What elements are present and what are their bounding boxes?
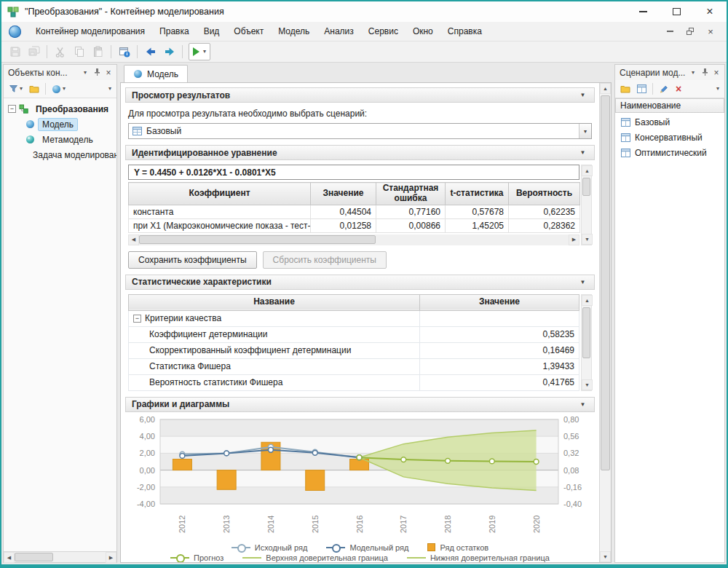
pin-icon[interactable] bbox=[91, 67, 103, 78]
panel-toolbar-overflow-icon[interactable]: ▾ bbox=[108, 86, 114, 92]
section-results-header[interactable]: Просмотр результатов ▼ bbox=[125, 87, 595, 103]
scroll-right-icon[interactable]: ▶ bbox=[569, 234, 579, 245]
legend-item[interactable]: Верхняя доверительная граница bbox=[242, 553, 388, 562]
view-mode-button[interactable]: ▾ bbox=[50, 83, 68, 95]
vscroll-track[interactable] bbox=[582, 306, 591, 379]
main-vscrollbar[interactable]: ▲ ▼ bbox=[599, 83, 611, 562]
col-header-prob[interactable]: Вероятность bbox=[509, 183, 580, 205]
minimize-button[interactable] bbox=[626, 1, 660, 22]
hscroll-thumb[interactable] bbox=[15, 553, 53, 561]
vscroll-thumb[interactable] bbox=[582, 307, 590, 359]
save-all-button[interactable] bbox=[25, 43, 43, 61]
cell-value[interactable]: 0,01258 bbox=[311, 218, 376, 232]
folder-button[interactable] bbox=[27, 83, 41, 95]
run-button[interactable]: ▾ bbox=[189, 43, 210, 60]
app-menu-icon[interactable] bbox=[9, 25, 21, 38]
vscroll-thumb[interactable] bbox=[582, 178, 590, 196]
legend-item[interactable]: Исходный ряд bbox=[232, 543, 308, 552]
cell-value[interactable]: 0,44504 bbox=[311, 205, 376, 218]
menu-service[interactable]: Сервис bbox=[361, 22, 405, 42]
legend-item[interactable]: Нижняя доверительная граница bbox=[407, 553, 550, 562]
col-header-tstat[interactable]: t-статистика bbox=[446, 183, 509, 205]
table-row[interactable]: при Х1 (Макроэкономические показа - тест… bbox=[129, 218, 580, 232]
menu-view[interactable]: Вид bbox=[197, 22, 227, 42]
scroll-left-icon[interactable]: ◀ bbox=[128, 234, 139, 245]
hscroll-track[interactable] bbox=[15, 552, 106, 562]
stat-value[interactable]: 0,41765 bbox=[420, 374, 579, 390]
hscroll-track[interactable] bbox=[139, 234, 569, 245]
scroll-down-icon[interactable]: ▼ bbox=[582, 379, 593, 390]
panel-menu-icon[interactable]: ▾ bbox=[687, 67, 699, 78]
panel-toolbar-overflow-icon[interactable]: ▾ bbox=[716, 86, 721, 92]
col-header-stderr[interactable]: Стандартная ошибка bbox=[376, 183, 446, 205]
objects-panel-hscrollbar[interactable]: ◀ ▶ bbox=[4, 551, 116, 562]
legend-item[interactable]: Прогноз bbox=[170, 553, 223, 562]
table-row[interactable]: Вероятность статистики Фишера 0,41765 bbox=[129, 374, 579, 390]
table-row[interactable]: Коэффициент детерминации 0,58235 bbox=[129, 326, 579, 342]
stat-name[interactable]: Скорректированный коэффициент детерминац… bbox=[129, 342, 420, 358]
menu-help[interactable]: Справка bbox=[440, 22, 489, 42]
tree-root-row[interactable]: − Преобразования bbox=[4, 101, 116, 117]
vscroll-track[interactable] bbox=[582, 176, 591, 234]
coefficients-hscrollbar[interactable]: ◀ ▶ bbox=[128, 234, 579, 245]
vscroll-track[interactable] bbox=[600, 94, 611, 551]
mdi-close-button[interactable]: × bbox=[702, 24, 719, 39]
scroll-down-icon[interactable]: ▼ bbox=[600, 551, 611, 562]
legend-item[interactable]: Ряд остатков bbox=[427, 543, 488, 552]
section-stats-header[interactable]: Статистические характеристики ▼ bbox=[125, 275, 595, 290]
copy-button[interactable] bbox=[70, 43, 88, 61]
tree-item-model[interactable]: Модель bbox=[4, 117, 116, 132]
collapse-icon[interactable]: ▼ bbox=[577, 90, 588, 100]
col-header-name[interactable]: Название bbox=[129, 294, 420, 310]
collapse-icon[interactable]: ▼ bbox=[577, 277, 588, 288]
panel-close-icon[interactable]: × bbox=[711, 67, 722, 78]
navigate-back-button[interactable] bbox=[141, 43, 159, 61]
delete-scenario-button[interactable]: × bbox=[673, 82, 684, 95]
col-header-value[interactable]: Значение bbox=[420, 294, 579, 310]
scenario-item-basic[interactable]: Базовый bbox=[615, 114, 724, 130]
scroll-up-icon[interactable]: ▲ bbox=[582, 165, 593, 176]
equation-formula[interactable]: Y = 0.4450 + 0.0126*X1 - 0.0801*X5 bbox=[128, 165, 579, 180]
hscroll-thumb[interactable] bbox=[139, 235, 376, 244]
cell-prob[interactable]: 0,62235 bbox=[509, 205, 580, 218]
close-button[interactable]: × bbox=[693, 1, 727, 22]
cell-coefficient[interactable]: константа bbox=[129, 205, 311, 218]
mdi-minimize-button[interactable] bbox=[661, 24, 678, 39]
stat-name[interactable]: Статистика Фишера bbox=[129, 358, 420, 374]
cut-button[interactable] bbox=[51, 43, 69, 61]
stat-value[interactable]: 1,39433 bbox=[420, 358, 579, 374]
menu-analysis[interactable]: Анализ bbox=[317, 22, 361, 42]
paste-button[interactable] bbox=[89, 43, 107, 61]
scroll-up-icon[interactable]: ▲ bbox=[582, 295, 593, 306]
coefficients-vscrollbar[interactable]: ▲ ▼ bbox=[581, 165, 592, 245]
scroll-up-icon[interactable]: ▲ bbox=[600, 83, 611, 94]
stat-value[interactable]: 0,16469 bbox=[420, 342, 579, 358]
table-row[interactable]: константа 0,44504 0,77160 0,57678 0,6223… bbox=[129, 205, 580, 218]
scenarios-panel-header[interactable]: Сценарии мод... ▾ × bbox=[615, 65, 724, 80]
edit-scenario-button[interactable] bbox=[657, 82, 671, 95]
stat-value[interactable]: 0,58235 bbox=[420, 326, 579, 342]
menu-model[interactable]: Модель bbox=[271, 22, 317, 42]
new-folder-button[interactable] bbox=[618, 83, 633, 95]
group-row[interactable]: −Критерии качества bbox=[129, 310, 579, 326]
collapse-icon[interactable]: ▼ bbox=[577, 399, 588, 410]
statistics-vscrollbar[interactable]: ▲ ▼ bbox=[581, 294, 592, 391]
scenario-combobox[interactable]: Базовый ▾ bbox=[128, 123, 592, 139]
table-row[interactable]: Скорректированный коэффициент детерминац… bbox=[129, 342, 579, 358]
filter-button[interactable]: ▾ bbox=[7, 83, 25, 95]
section-equation-header[interactable]: Идентифицированное уравнение ▼ bbox=[125, 145, 595, 160]
tree-item-modeling-task[interactable]: Задача моделирования bbox=[4, 147, 116, 162]
scenario-item-optimistic[interactable]: Оптимистический bbox=[615, 145, 724, 160]
cell-prob[interactable]: 0,28362 bbox=[509, 218, 580, 232]
col-header-coefficient[interactable]: Коэффициент bbox=[129, 183, 311, 205]
panel-close-icon[interactable]: × bbox=[103, 67, 114, 78]
scenarios-column-header[interactable]: Наименование bbox=[615, 98, 724, 113]
new-scenario-button[interactable] bbox=[635, 83, 649, 95]
object-properties-button[interactable] bbox=[115, 43, 133, 61]
menu-container[interactable]: Контейнер моделирования bbox=[28, 22, 152, 42]
panel-menu-icon[interactable]: ▾ bbox=[79, 67, 91, 78]
stat-name[interactable]: Вероятность статистики Фишера bbox=[129, 374, 420, 390]
cell-stderr[interactable]: 0,00866 bbox=[376, 218, 446, 232]
menu-window[interactable]: Окно bbox=[405, 22, 440, 42]
group-collapse-icon[interactable]: − bbox=[133, 315, 141, 323]
